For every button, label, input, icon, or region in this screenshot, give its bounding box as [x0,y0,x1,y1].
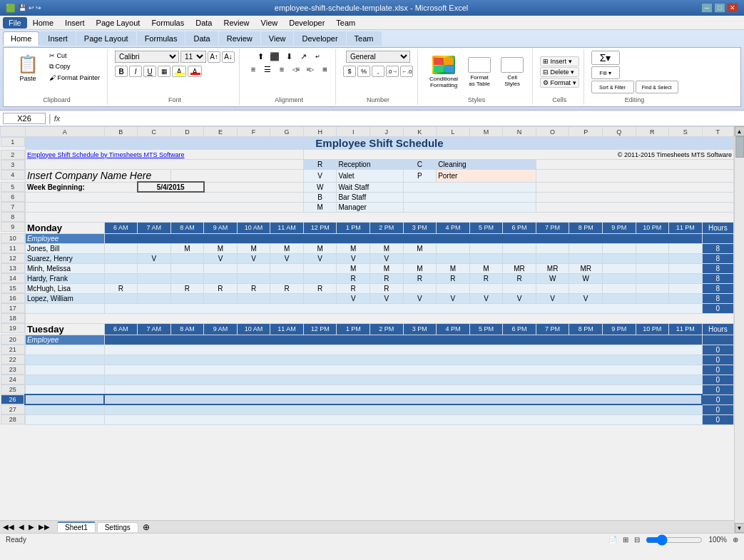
scroll-up-button[interactable]: ▲ [735,126,745,136]
jones-7pm[interactable] [536,243,569,253]
jones-9am[interactable]: M [204,243,238,253]
lopez-2pm[interactable]: V [370,293,404,303]
fill-color-button[interactable]: A [172,66,186,77]
menu-formulas[interactable]: Formulas [146,17,190,29]
menu-team[interactable]: Team [330,17,361,29]
align-left-button[interactable]: ≡ [247,63,260,75]
suarez-5pm[interactable] [469,253,503,263]
emp-lopez[interactable]: Lopez, William [25,293,104,303]
lopez-10am[interactable] [237,293,270,303]
col-a[interactable]: A [25,127,104,137]
hardy-10am[interactable] [237,273,270,283]
suarez-11am[interactable]: V [270,253,304,263]
underline-button[interactable]: U [143,66,156,77]
decrease-font-button[interactable]: A↓ [222,51,235,63]
suarez-6pm[interactable] [503,253,536,263]
lopez-9pm[interactable] [602,293,636,303]
scroll-thumb-v[interactable] [735,136,744,158]
format-painter-button[interactable]: 🖌 Format Painter [46,73,103,83]
emp-mchugh[interactable]: McHugh, Lisa [25,283,104,293]
mchugh-6am[interactable]: R [104,283,138,293]
suarez-10pm[interactable] [636,253,669,263]
lopez-7pm[interactable]: V [536,293,569,303]
jones-2pm[interactable]: M [370,243,404,253]
hardy-9pm[interactable] [602,273,636,283]
align-right-button[interactable]: ≡ [275,63,288,75]
suarez-1pm[interactable]: V [337,253,370,263]
menu-developer[interactable]: Developer [283,17,330,29]
merge-center-button[interactable]: ⊞ [318,63,331,75]
col-i[interactable]: I [337,127,370,137]
bold-button[interactable]: B [115,66,128,77]
mchugh-1pm[interactable]: R [337,283,370,293]
hardy-8am[interactable] [170,273,204,283]
tab-data[interactable]: Data [185,31,218,46]
hardy-7pm[interactable]: W [536,273,569,283]
subtitle-link[interactable]: Employee Shift Schedule by Timesheets MT… [27,151,185,158]
italic-button[interactable]: I [129,66,142,77]
week-date-cell[interactable]: 5/4/2015 [138,182,204,192]
col-o[interactable]: O [536,127,569,137]
tab-settings[interactable]: Settings [97,522,138,532]
format-button[interactable]: ⚙ Format ▾ [540,78,579,88]
lopez-6am[interactable] [104,293,138,303]
tab-review[interactable]: Review [219,31,260,46]
mchugh-10pm[interactable] [636,283,669,293]
scroll-track-v[interactable] [735,136,744,523]
lopez-6pm[interactable]: V [503,293,536,303]
tab-view[interactable]: View [261,31,294,46]
jones-1pm[interactable]: M [337,243,370,253]
tue-emp27[interactable] [25,404,104,414]
suarez-7pm[interactable] [536,253,569,263]
jones-8am[interactable]: M [170,243,204,253]
emp-suarez[interactable]: Suarez, Henry [25,253,104,263]
suarez-11pm[interactable] [669,253,703,263]
row17-name[interactable] [25,303,104,313]
mchugh-3pm[interactable] [403,283,437,293]
col-s[interactable]: S [669,127,703,137]
mchugh-8am[interactable]: R [170,283,204,293]
suarez-12pm[interactable]: V [303,253,337,263]
minh-9pm[interactable] [602,263,636,273]
lopez-5pm[interactable]: V [469,293,503,303]
minh-7pm[interactable]: MR [536,263,569,273]
text-angle-button[interactable]: ↗ [297,51,310,62]
suarez-4pm[interactable] [437,253,470,263]
tab-nav-right[interactable]: ▶▶ [39,523,50,531]
col-q[interactable]: Q [602,127,636,137]
increase-font-button[interactable]: A↑ [208,51,220,63]
mchugh-11am[interactable]: R [270,283,304,293]
jones-5pm[interactable] [469,243,503,253]
jones-11pm[interactable] [669,243,703,253]
jones-10am[interactable]: M [237,243,270,253]
autosum-button[interactable]: Σ▾ [591,51,620,65]
page-layout-btn[interactable]: 📄 [608,536,617,544]
minh-5pm[interactable]: M [469,263,503,273]
tab-add[interactable]: ⊕ [143,522,150,532]
currency-button[interactable]: $ [343,66,356,77]
align-center-button[interactable]: ☰ [261,63,274,75]
minh-2pm[interactable]: M [370,263,404,273]
mchugh-9am[interactable]: R [204,283,238,293]
lopez-10pm[interactable] [636,293,669,303]
subtitle-link-cell[interactable]: Employee Shift Schedule by Timesheets MT… [25,150,303,160]
lopez-11pm[interactable] [669,293,703,303]
tue-emp21[interactable] [25,345,104,355]
col-c[interactable]: C [138,127,171,137]
minh-10pm[interactable] [636,263,669,273]
tue-emp22[interactable] [25,355,104,365]
normal-view-btn[interactable]: ⊞ [623,536,628,544]
cell-styles-button[interactable]: Cell Styles [496,54,528,90]
col-k[interactable]: K [403,127,437,137]
lopez-3pm[interactable]: V [403,293,437,303]
menu-view[interactable]: View [255,17,284,29]
col-r[interactable]: R [636,127,669,137]
hardy-6am[interactable] [104,273,138,283]
format-as-table-button[interactable]: Format as Table [464,54,495,90]
hardy-2pm[interactable]: R [370,273,404,283]
col-b[interactable]: B [104,127,138,137]
menu-review[interactable]: Review [218,17,255,29]
maximize-button[interactable]: □ [714,3,725,13]
col-j[interactable]: J [370,127,404,137]
tue-emp26[interactable] [25,394,104,404]
